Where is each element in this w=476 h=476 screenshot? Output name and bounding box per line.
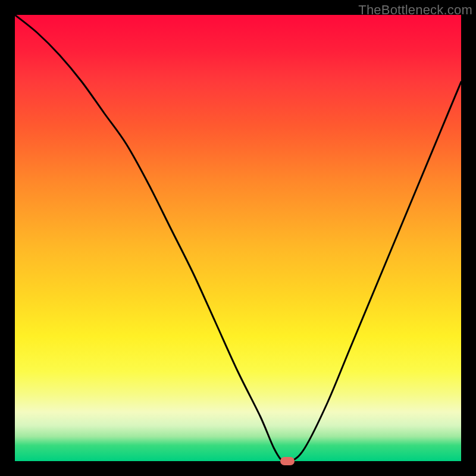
bottleneck-curve — [15, 15, 461, 461]
watermark-label: TheBottleneck.com — [358, 2, 472, 18]
optimum-marker — [280, 457, 295, 465]
plot-area — [15, 15, 461, 461]
chart-container: TheBottleneck.com — [0, 0, 476, 476]
